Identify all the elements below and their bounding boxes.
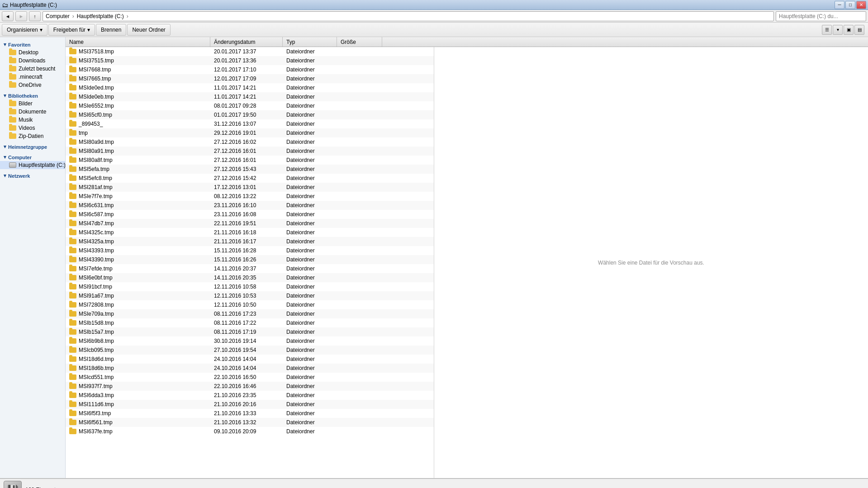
libraries-header[interactable]: ▾ Bibliotheken (0, 91, 65, 99)
table-row[interactable]: MSI91bcf.tmp 12.11.2016 10:58 Dateiordne… (66, 282, 434, 291)
tmp-folder-icon (69, 221, 76, 226)
file-name-text: MSI6e0bf.tmp (79, 275, 113, 281)
sidebar-item-recent[interactable]: Zuletzt besucht (0, 65, 65, 73)
table-row[interactable]: MSI4325c.tmp 21.11.2016 16:18 Dateiordne… (66, 228, 434, 237)
tmp-folder-icon (69, 212, 76, 217)
table-row[interactable]: MSI111d6.tmp 21.10.2016 20:16 Dateiordne… (66, 400, 434, 409)
table-row[interactable]: MSI80a8f.tmp 27.12.2016 16:01 Dateiordne… (66, 156, 434, 165)
sidebar-item-downloads[interactable]: Downloads (0, 57, 65, 65)
table-row[interactable]: MSI5efc8.tmp 27.12.2016 15:42 Dateiordne… (66, 174, 434, 183)
table-row[interactable]: MSI80a91.tmp 27.12.2016 16:01 Dateiordne… (66, 147, 434, 156)
view-options-arrow[interactable]: ▾ (833, 25, 843, 35)
file-name-cell: MSI5efa.tmp (66, 165, 210, 174)
share-button[interactable]: Freigeben für ▾ (48, 24, 95, 36)
table-row[interactable]: MSI6c631.tmp 23.11.2016 16:10 Dateiordne… (66, 201, 434, 210)
tmp-folder-icon (69, 293, 76, 298)
table-row[interactable]: MSI6dda3.tmp 21.10.2016 23:35 Dateiordne… (66, 391, 434, 400)
tmp-folder-icon (69, 329, 76, 335)
organize-arrow-icon: ▾ (40, 27, 43, 33)
table-row[interactable]: MSI4325a.tmp 21.11.2016 16:17 Dateiordne… (66, 237, 434, 246)
sidebar-item-bilder[interactable]: Bilder (0, 99, 65, 108)
dokumente-folder-icon (9, 109, 16, 114)
table-row[interactable]: MSI65cf0.tmp 01.01.2017 19:50 Dateiordne… (66, 110, 434, 119)
path-drive[interactable]: Hauptfestplatte (C:) (77, 13, 124, 19)
table-row[interactable]: MSI80a9d.tmp 27.12.2016 16:02 Dateiordne… (66, 137, 434, 147)
sidebar-item-hauptfestplatte[interactable]: Hauptfestplatte (C:) (0, 161, 65, 169)
details-pane-button[interactable]: ▤ (854, 25, 864, 35)
table-row[interactable]: MSI72808.tmp 12.11.2016 10:50 Dateiordne… (66, 300, 434, 309)
col-header-name[interactable]: Name (66, 37, 210, 47)
sidebar-item-zip[interactable]: Zip-Datien (0, 132, 65, 140)
table-row[interactable]: MSI7668.tmp 12.01.2017 17:10 Dateiordner (66, 65, 434, 74)
sidebar-item-videos[interactable]: Videos (0, 124, 65, 132)
file-name-cell: MSI72808.tmp (66, 300, 210, 309)
table-row[interactable]: MSIcd551.tmp 22.10.2016 16:50 Dateiordne… (66, 373, 434, 382)
file-date-cell: 11.01.2017 14:21 (210, 92, 283, 101)
table-row[interactable]: MSI6f5f3.tmp 21.10.2016 13:33 Dateiordne… (66, 409, 434, 418)
col-header-type[interactable]: Typ (283, 37, 337, 47)
col-header-size[interactable]: Größe (337, 37, 382, 47)
sidebar-item-minecraft[interactable]: .minecraft (0, 73, 65, 81)
table-row[interactable]: MSI91a67.tmp 12.11.2016 10:53 Dateiordne… (66, 291, 434, 300)
table-row[interactable]: MSI637fe.tmp 09.10.2016 20:09 Dateiordne… (66, 427, 434, 436)
table-row[interactable]: MSI6c587.tmp 23.11.2016 16:08 Dateiordne… (66, 210, 434, 219)
address-path[interactable]: Computer › Hauptfestplatte (C:) › (43, 11, 774, 21)
file-list[interactable]: MSI37518.tmp 20.01.2017 13:37 Dateiordne… (66, 47, 434, 478)
sidebar-item-musik[interactable]: Musik (0, 116, 65, 124)
table-row[interactable]: MSI47db7.tmp 22.11.2016 19:51 Dateiordne… (66, 219, 434, 228)
back-button[interactable]: ◄ (2, 11, 14, 21)
table-row[interactable]: MSIb15a7.tmp 08.11.2016 17:19 Dateiordne… (66, 327, 434, 336)
table-row[interactable]: MSI6f561.tmp 21.10.2016 13:32 Dateiordne… (66, 418, 434, 427)
maximize-button[interactable]: □ (845, 1, 855, 9)
file-type-cell: Dateiordner (283, 128, 337, 137)
burn-button[interactable]: Brennen (96, 24, 126, 36)
favorites-header[interactable]: ▾ Favoriten (0, 40, 65, 48)
file-name-cell: MSI6b9b8.tmp (66, 336, 210, 346)
path-computer[interactable]: Computer (46, 13, 70, 19)
network-header[interactable]: ▾ Netzwerk (0, 171, 65, 180)
table-row[interactable]: MSI18d6d.tmp 24.10.2016 14:04 Dateiordne… (66, 355, 434, 364)
new-folder-button[interactable]: Neuer Ordner (127, 24, 170, 36)
view-details-button[interactable]: ☰ (822, 25, 832, 35)
table-row[interactable]: MSI37515.tmp 20.01.2017 13:36 Dateiordne… (66, 56, 434, 65)
table-row[interactable]: MSI7665.tmp 12.01.2017 17:09 Dateiordner (66, 74, 434, 83)
table-row[interactable]: MSIde0eb.tmp 11.01.2017 14:21 Dateiordne… (66, 92, 434, 101)
file-date-cell: 29.12.2016 19:01 (210, 128, 283, 137)
table-row[interactable]: MSI6e0bf.tmp 14.11.2016 20:35 Dateiordne… (66, 273, 434, 282)
table-row[interactable]: MSIcb095.tmp 27.10.2016 19:54 Dateiordne… (66, 346, 434, 355)
search-input[interactable] (776, 11, 866, 21)
file-name-cell: MSI37518.tmp (66, 47, 210, 56)
forward-button[interactable]: ► (15, 11, 27, 21)
table-row[interactable]: MSI43390.tmp 15.11.2016 16:26 Dateiordne… (66, 255, 434, 264)
up-button[interactable]: ↑ (29, 11, 41, 21)
computer-header[interactable]: ▾ Computer (0, 152, 65, 161)
table-row[interactable]: MSIe7f7e.tmp 08.12.2016 13:22 Dateiordne… (66, 192, 434, 201)
sidebar-item-downloads-label: Downloads (19, 57, 45, 64)
table-row[interactable]: tmp 29.12.2016 19:01 Dateiordner (66, 128, 434, 137)
table-row[interactable]: MSI37518.tmp 20.01.2017 13:37 Dateiordne… (66, 47, 434, 56)
homegroup-header[interactable]: ▾ Heimnetzgruppe (0, 142, 65, 151)
file-size-cell (337, 373, 382, 382)
close-button[interactable]: ✕ (856, 1, 866, 9)
table-row[interactable]: MSI937f7.tmp 22.10.2016 16:46 Dateiordne… (66, 382, 434, 391)
table-row[interactable]: MSIe6552.tmp 08.01.2017 09:28 Dateiordne… (66, 101, 434, 110)
sidebar-item-desktop[interactable]: Desktop (0, 48, 65, 57)
table-row[interactable]: MSI43393.tmp 15.11.2016 16:28 Dateiordne… (66, 246, 434, 255)
table-row[interactable]: MSI18d6b.tmp 24.10.2016 14:04 Dateiordne… (66, 364, 434, 373)
table-row[interactable]: MSI281af.tmp 17.12.2016 13:01 Dateiordne… (66, 183, 434, 192)
sidebar-item-onedrive[interactable]: OneDrive (0, 81, 65, 89)
table-row[interactable]: _899453_ 31.12.2016 13:07 Dateiordner (66, 119, 434, 128)
organize-button[interactable]: Organisieren ▾ (2, 24, 47, 36)
sidebar-item-dokumente[interactable]: Dokumente (0, 108, 65, 116)
col-name-label: Name (69, 39, 84, 45)
table-row[interactable]: MSI7efde.tmp 14.11.2016 20:37 Dateiordne… (66, 264, 434, 273)
table-row[interactable]: MSIe709a.tmp 08.11.2016 17:23 Dateiordne… (66, 309, 434, 318)
col-header-date[interactable]: Änderungsdatum (210, 37, 283, 47)
minimize-button[interactable]: ─ (835, 1, 844, 9)
tmp-folder-icon (69, 185, 76, 190)
table-row[interactable]: MSIb15d8.tmp 08.11.2016 17:22 Dateiordne… (66, 318, 434, 327)
preview-pane-button[interactable]: ▣ (844, 25, 854, 35)
table-row[interactable]: MSIde0ed.tmp 11.01.2017 14:21 Dateiordne… (66, 83, 434, 92)
table-row[interactable]: MSI6b9b8.tmp 30.10.2016 19:14 Dateiordne… (66, 336, 434, 346)
table-row[interactable]: MSI5efa.tmp 27.12.2016 15:43 Dateiordner (66, 165, 434, 174)
